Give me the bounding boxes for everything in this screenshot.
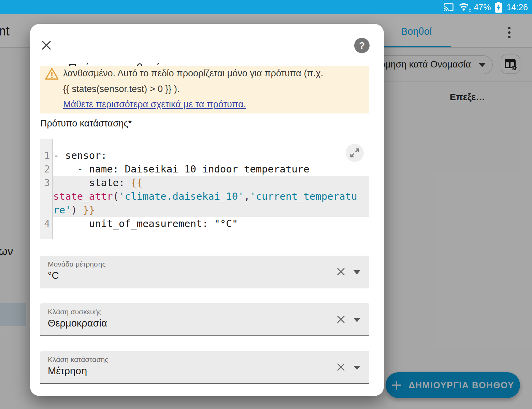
code-text: unit_of_measurement: "°C" <box>53 217 369 230</box>
code-line: 3 state: {{ <box>40 176 369 190</box>
field-label: Κλάση κατάστασης <box>48 355 108 364</box>
warning-line-1: λανθασμένο. Αυτό το πεδίο προορίζεται μό… <box>63 66 364 81</box>
warning-icon <box>45 67 59 82</box>
warning-line-2: {{ states(sensor.test) > 0 }} ). <box>63 81 364 97</box>
device-class-field[interactable]: Κλάση συσκευής Θερμοκρασία <box>40 303 369 336</box>
dropdown-caret-icon[interactable] <box>354 318 360 322</box>
screen: nt Βοηθοί νόμηση κατά Ονομασία Επεξε… <box>0 0 532 409</box>
expand-editor-button[interactable] <box>346 144 364 162</box>
code-line: 4 unit_of_measurement: "°C" <box>40 217 369 230</box>
field-label: Κλάση συσκευής <box>48 308 101 316</box>
wifi-icon: ▲▼ <box>458 2 469 12</box>
code-text: re') }} <box>53 203 369 217</box>
state-template-label: Πρότυπο κατάστασης* <box>40 118 132 129</box>
code-line: 1- sensor: <box>40 149 369 162</box>
template-warning-alert: λανθασμένο. Αυτό το πεδίο προορίζεται μό… <box>40 66 369 113</box>
close-icon[interactable] <box>40 39 53 52</box>
field-value: °C <box>48 270 59 281</box>
code-text: state_attr('climate.daisekai_10','curren… <box>53 190 369 203</box>
line-number: 1 <box>40 150 53 161</box>
field-value: Θερμοκρασία <box>48 318 107 329</box>
learn-more-link[interactable]: Μάθετε περισσότερα σχετικά με τα πρότυπα… <box>63 99 246 109</box>
code-line: re') }} <box>40 203 369 217</box>
field-value: Μέτρηση <box>48 365 87 377</box>
warning-text: λανθασμένο. Αυτό το πεδίο προορίζεται μό… <box>63 66 364 112</box>
indent-guide <box>84 176 84 232</box>
expand-icon <box>346 144 364 162</box>
code-text: state: {{ <box>53 176 369 190</box>
cast-icon <box>444 2 454 12</box>
battery-charging-icon <box>495 2 502 13</box>
line-number: 2 <box>40 164 53 175</box>
wifi-activity-arrows: ▲▼ <box>468 7 471 13</box>
state-class-field[interactable]: Κλάση κατάστασης Μέτρηση <box>40 351 369 384</box>
field-label: Μονάδα μέτρησης <box>48 260 106 268</box>
dropdown-caret-icon[interactable] <box>354 366 360 370</box>
code-text: - sensor: <box>53 149 369 162</box>
code-line: state_attr('climate.daisekai_10','curren… <box>40 190 369 203</box>
line-number: 3 <box>40 177 53 188</box>
code-line: 2 - name: Daiseikai 10 indoor temperatur… <box>40 162 369 176</box>
dropdown-caret-icon[interactable] <box>354 270 360 274</box>
line-number: 4 <box>40 218 53 229</box>
help-icon[interactable]: ? <box>354 38 370 53</box>
battery-percent: 47% <box>474 2 491 12</box>
template-sensor-dialog: Πρότυπο αισθητήρα ? λανθασμένο. Αυτό το … <box>30 24 384 396</box>
code-text: - name: Daiseikai 10 indoor temperature <box>53 162 369 176</box>
clear-icon[interactable] <box>336 314 346 324</box>
clear-icon[interactable] <box>336 362 346 372</box>
yaml-code-editor[interactable]: 1- sensor:2 - name: Daiseikai 10 indoor … <box>40 139 369 239</box>
clock: 14:26 <box>506 2 528 12</box>
android-status-bar: ▲▼ 47% 14:26 <box>0 0 532 14</box>
code-rows: 1- sensor:2 - name: Daiseikai 10 indoor … <box>40 149 369 230</box>
clear-icon[interactable] <box>336 267 346 277</box>
unit-of-measurement-field[interactable]: Μονάδα μέτρησης °C <box>40 256 369 288</box>
